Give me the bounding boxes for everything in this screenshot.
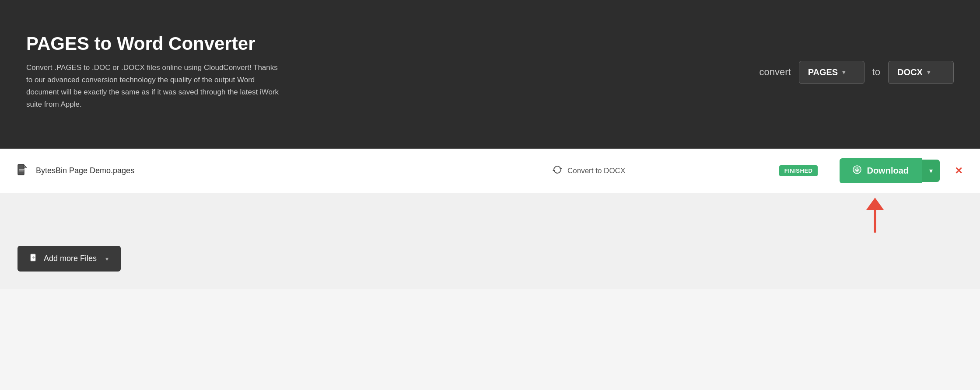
main-content: BytesBin Page Demo.pages Convert to DOCX…	[0, 149, 980, 289]
header-description: Convert .PAGES to .DOC or .DOCX files on…	[26, 62, 280, 111]
close-icon: ✕	[955, 165, 962, 176]
to-label: to	[872, 66, 880, 78]
add-files-row: Add more Files ▾	[0, 233, 980, 289]
download-icon	[853, 165, 861, 176]
header-left: PAGES to Word Converter Convert .PAGES t…	[26, 34, 280, 111]
red-arrow-icon	[858, 198, 892, 235]
download-group: Download ▾	[840, 158, 940, 183]
to-format-select[interactable]: DOCX ▾	[888, 61, 954, 84]
svg-rect-0	[18, 164, 24, 175]
to-format-chevron-icon: ▾	[927, 69, 930, 76]
convert-text: Convert to DOCX	[567, 167, 625, 175]
add-files-label: Add more Files	[44, 254, 97, 263]
download-dropdown-button[interactable]: ▾	[922, 160, 940, 182]
add-more-files-button[interactable]: Add more Files ▾	[18, 246, 121, 272]
add-files-chevron-icon: ▾	[105, 255, 108, 262]
from-format-value: PAGES	[808, 67, 838, 77]
convert-label: convert	[759, 66, 791, 78]
convert-action-area: Convert to DOCX	[407, 165, 770, 177]
close-button[interactable]: ✕	[955, 165, 962, 177]
file-row: BytesBin Page Demo.pages Convert to DOCX…	[0, 149, 980, 193]
status-badge: FINISHED	[779, 165, 818, 176]
file-icon	[18, 164, 27, 178]
convert-icon	[553, 165, 562, 177]
add-files-icon	[30, 254, 38, 264]
download-label: Download	[867, 166, 909, 176]
svg-marker-6	[866, 198, 884, 210]
format-converter-area: convert PAGES ▾ to DOCX ▾	[759, 61, 954, 84]
page-header: PAGES to Word Converter Convert .PAGES t…	[0, 0, 980, 149]
download-button[interactable]: Download	[840, 158, 922, 183]
arrow-annotation-area	[0, 193, 980, 233]
file-name: BytesBin Page Demo.pages	[36, 166, 399, 175]
dropdown-chevron-icon: ▾	[929, 167, 933, 174]
from-format-select[interactable]: PAGES ▾	[799, 61, 864, 84]
page-title: PAGES to Word Converter	[26, 34, 280, 54]
to-format-value: DOCX	[897, 67, 923, 77]
from-format-chevron-icon: ▾	[842, 69, 845, 76]
